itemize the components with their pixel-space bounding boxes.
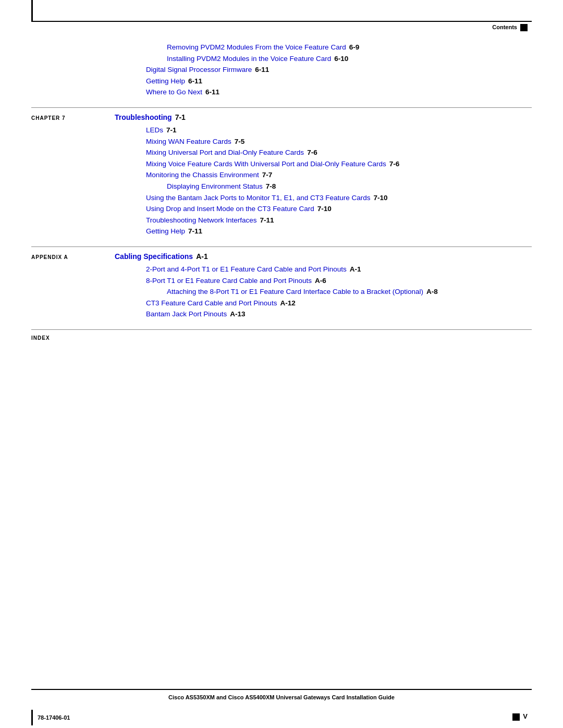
page-num-ct3-feature: A-12 — [280, 298, 295, 309]
chapter-7-title[interactable]: Troubleshooting7-1 — [115, 113, 186, 121]
page-num-using-drop: 7-10 — [317, 203, 332, 215]
toc-entry-mixing-voice: Mixing Voice Feature Cards With Universa… — [146, 158, 532, 170]
toc-link-getting-help-2[interactable]: Getting Help — [146, 226, 185, 237]
toc-entry-displaying-env: Displaying Environment Status 7-8 — [167, 181, 532, 192]
footer-page-num: V — [512, 712, 528, 721]
chapter-7-entries: LEDs 7-1 Mixing WAN Feature Cards 7-5 Mi… — [31, 125, 532, 237]
toc-entry-2port-4port: 2-Port and 4-Port T1 or E1 Feature Card … — [146, 264, 532, 275]
page-num-mixing-voice: 7-6 — [389, 158, 400, 170]
page-num-bantam-jack: A-13 — [230, 309, 245, 320]
appendix-a-entries: 2-Port and 4-Port T1 or E1 Feature Card … — [31, 264, 532, 320]
toc-entry-getting-help-1: Getting Help 6-11 — [146, 76, 532, 87]
toc-entry-digital-signal: Digital Signal Processor Firmware 6-11 — [146, 64, 532, 76]
contents-header: Contents — [492, 24, 528, 31]
toc-entry-removing-pvdm2: Removing PVDM2 Modules From the Voice Fe… — [167, 42, 532, 53]
toc-link-mixing-universal[interactable]: Mixing Universal Port and Dial-Only Feat… — [146, 147, 304, 158]
chapter-7-title-text: Troubleshooting — [115, 113, 172, 121]
toc-entry-mixing-universal: Mixing Universal Port and Dial-Only Feat… — [146, 147, 532, 158]
page-num-monitoring-chassis: 7-7 — [262, 169, 273, 181]
page-container: Contents Removing PVDM2 Modules From the… — [0, 0, 563, 728]
toc-link-digital-signal[interactable]: Digital Signal Processor Firmware — [146, 64, 252, 76]
page-num-getting-help-2: 7-11 — [188, 226, 202, 237]
page-num-mixing-wan: 7-5 — [235, 136, 245, 147]
footer-top-line — [31, 689, 532, 690]
index-row: INDEX — [31, 329, 532, 341]
toc-link-displaying-env[interactable]: Displaying Environment Status — [167, 181, 263, 192]
toc-link-where-to-go-next[interactable]: Where to Go Next — [146, 87, 202, 98]
toc-entry-bantam-jack: Bantam Jack Port Pinouts A-13 — [146, 309, 532, 320]
page-num-8port: A-6 — [315, 275, 326, 287]
page-num-where-to-go-next: 6-11 — [205, 87, 219, 98]
page-num-troubleshooting-network: 7-11 — [260, 215, 274, 226]
toc-link-getting-help-1[interactable]: Getting Help — [146, 76, 185, 87]
toc-link-removing-pvdm2[interactable]: Removing PVDM2 Modules From the Voice Fe… — [167, 42, 346, 53]
footer-doc-num: 78-17406-01 — [38, 714, 70, 721]
index-label: INDEX — [31, 335, 50, 341]
chapter-7-row: CHAPTER 7 Troubleshooting7-1 — [31, 107, 532, 121]
appendix-a-title-text: Cabling Specifications — [115, 252, 193, 261]
page-num-2port-4port: A-1 — [350, 264, 361, 275]
page-num-mixing-universal: 7-6 — [307, 147, 317, 158]
toc-entry-getting-help-2: Getting Help 7-11 — [146, 226, 532, 237]
toc-link-attaching-8port[interactable]: Attaching the 8-Port T1 or E1 Feature Ca… — [167, 286, 423, 298]
toc-entry-attaching-8port: Attaching the 8-Port T1 or E1 Feature Ca… — [167, 286, 532, 298]
footer: Cisco AS5350XM and Cisco AS5400XM Univer… — [0, 689, 563, 728]
toc-link-using-drop[interactable]: Using Drop and Insert Mode on the CT3 Fe… — [146, 203, 314, 215]
page-num-installing-pvdm2: 6-10 — [334, 53, 348, 65]
toc-entry-monitoring-chassis: Monitoring the Chassis Environment 7-7 — [146, 169, 532, 181]
toc-entry-mixing-wan: Mixing WAN Feature Cards 7-5 — [146, 136, 532, 147]
page-num-leds: 7-1 — [166, 125, 177, 136]
page-num-displaying-env: 7-8 — [266, 181, 276, 192]
page-num-digital-signal: 6-11 — [255, 64, 269, 76]
toc-entry-8port: 8-Port T1 or E1 Feature Card Cable and P… — [146, 275, 532, 287]
toc-link-using-bantam[interactable]: Using the Bantam Jack Ports to Monitor T… — [146, 192, 370, 204]
toc-link-monitoring-chassis[interactable]: Monitoring the Chassis Environment — [146, 169, 259, 181]
main-content: Removing PVDM2 Modules From the Voice Fe… — [31, 42, 532, 686]
toc-entry-troubleshooting-network: Troubleshooting Network Interfaces 7-11 — [146, 215, 532, 226]
footer-title: Cisco AS5350XM and Cisco AS5400XM Univer… — [168, 694, 395, 700]
pre-chapter-entries: Removing PVDM2 Modules From the Voice Fe… — [31, 42, 532, 98]
page-num-attaching-8port: A-8 — [426, 286, 438, 298]
toc-link-8port[interactable]: 8-Port T1 or E1 Feature Card Cable and P… — [146, 275, 312, 287]
toc-entry-leds: LEDs 7-1 — [146, 125, 532, 136]
toc-link-2port-4port[interactable]: 2-Port and 4-Port T1 or E1 Feature Card … — [146, 264, 347, 275]
chapter-7-label: CHAPTER 7 — [31, 115, 115, 121]
toc-link-ct3-feature[interactable]: CT3 Feature Card Cable and Port Pinouts — [146, 298, 277, 309]
toc-link-mixing-wan[interactable]: Mixing WAN Feature Cards — [146, 136, 231, 147]
top-border — [31, 21, 532, 22]
toc-link-leds[interactable]: LEDs — [146, 125, 163, 136]
footer-left-bar — [31, 710, 33, 725]
page-num-getting-help-1: 6-11 — [188, 76, 202, 87]
toc-entry-ct3-feature: CT3 Feature Card Cable and Port Pinouts … — [146, 298, 532, 309]
appendix-a-page: A-1 — [196, 252, 208, 261]
page-num-using-bantam: 7-10 — [373, 192, 387, 204]
appendix-a-title[interactable]: Cabling SpecificationsA-1 — [115, 252, 208, 261]
footer-content: Cisco AS5350XM and Cisco AS5400XM Univer… — [0, 694, 563, 700]
left-top-bar — [31, 0, 33, 21]
toc-link-bantam-jack[interactable]: Bantam Jack Port Pinouts — [146, 309, 227, 320]
appendix-a-label: APPENDIX A — [31, 254, 115, 260]
toc-entry-installing-pvdm2: Installing PVDM2 Modules in the Voice Fe… — [167, 53, 532, 65]
chapter-7-page: 7-1 — [175, 113, 186, 121]
toc-link-installing-pvdm2[interactable]: Installing PVDM2 Modules in the Voice Fe… — [167, 53, 331, 65]
toc-entry-where-to-go-next: Where to Go Next 6-11 — [146, 87, 532, 98]
toc-entry-using-drop: Using Drop and Insert Mode on the CT3 Fe… — [146, 203, 532, 215]
toc-link-troubleshooting-network[interactable]: Troubleshooting Network Interfaces — [146, 215, 257, 226]
appendix-a-row: APPENDIX A Cabling SpecificationsA-1 — [31, 246, 532, 261]
toc-entry-using-bantam: Using the Bantam Jack Ports to Monitor T… — [146, 192, 532, 204]
page-num-removing-pvdm2: 6-9 — [349, 42, 360, 53]
toc-link-mixing-voice[interactable]: Mixing Voice Feature Cards With Universa… — [146, 158, 386, 170]
